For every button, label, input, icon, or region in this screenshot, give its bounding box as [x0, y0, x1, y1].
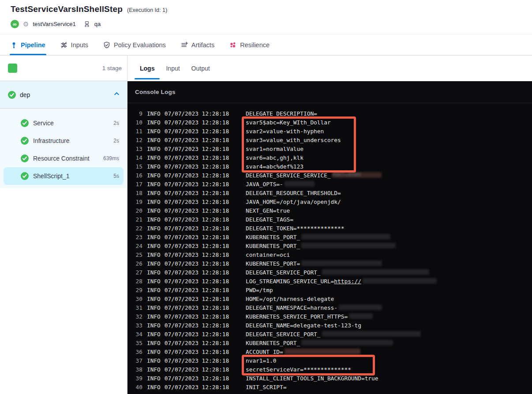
log-level: INFO [147, 340, 161, 346]
tab-label: Pipeline [21, 41, 45, 49]
log-message: JAVA_OPTS=- [246, 180, 315, 189]
tab-pipeline[interactable]: Pipeline [11, 34, 45, 55]
log-line: 14INFO07/07/2023 12:28:18svar6=abc,ghj,k… [127, 154, 532, 162]
log-timestamp: 07/07/2023 12:28:18 [165, 375, 229, 382]
log-timestamp: 07/07/2023 12:28:18 [165, 234, 229, 240]
log-level: INFO [147, 172, 161, 179]
stage-group-label: dep [20, 91, 30, 98]
environment-name[interactable]: qa [94, 21, 101, 27]
success-check-icon [21, 172, 29, 180]
log-timestamp: 07/07/2023 12:28:18 [165, 190, 229, 196]
log-level: INFO [147, 110, 161, 117]
log-level: INFO [147, 119, 161, 126]
console: Console Logs 9INFO07/07/2023 12:28:18DEL… [127, 81, 532, 394]
log-timestamp: 07/07/2023 12:28:18 [165, 207, 229, 214]
log-timestamp: 07/07/2023 12:28:18 [165, 243, 229, 249]
log-line-number: 28 [127, 277, 142, 286]
log-message: KUBERNETES_PORT_ [246, 242, 396, 251]
success-check-icon [21, 119, 29, 127]
log-level: INFO [147, 260, 161, 267]
tab-label: Policy Evaluations [114, 41, 166, 49]
log-line-number: 16 [127, 171, 142, 180]
log-link[interactable]: https:// [334, 278, 361, 285]
log-timestamp: 07/07/2023 12:28:18 [165, 199, 229, 205]
console-tab-output[interactable]: Output [191, 56, 210, 81]
step-list: Service2sInfrastructure2sResource Constr… [0, 109, 127, 188]
log-message: PWD=/tmp [246, 286, 273, 295]
tab-label: Artifacts [191, 41, 214, 49]
log-level: INFO [147, 128, 161, 135]
log-line: 32INFO07/07/2023 12:28:18KUBERNETES_SERV… [127, 312, 532, 321]
log-line: 20INFO07/07/2023 12:28:18NEXT_GEN=true [127, 206, 532, 215]
log-line: 21INFO07/07/2023 12:28:18DELEGATE_TAGS= [127, 215, 532, 224]
step-item-resource-constraint[interactable]: Resource Constraint639ms [4, 150, 124, 167]
log-line-number: 12 [127, 136, 142, 145]
log-line-number: 31 [127, 304, 142, 312]
success-check-icon [8, 91, 16, 99]
execution-tabs: PipelineInputsPolicy EvaluationsArtifact… [0, 34, 532, 56]
log-line: 10INFO07/07/2023 12:28:18svar5$abc=Key_W… [127, 118, 532, 127]
log-timestamp: 07/07/2023 12:28:18 [165, 304, 229, 311]
resilience-icon [229, 41, 236, 49]
artifacts-icon [181, 41, 188, 49]
service-name[interactable]: testVarsService1 [33, 21, 75, 27]
log-line-number: 22 [127, 224, 142, 233]
log-line-number: 25 [127, 251, 142, 259]
console-tab-logs[interactable]: Logs [140, 56, 154, 81]
log-line: 13INFO07/07/2023 12:28:18svar1=normalVal… [127, 145, 532, 154]
log-message: DELEGATE_DESCRIPTION= [246, 109, 317, 118]
log-line-number: 27 [127, 268, 142, 277]
console-tab-input[interactable]: Input [166, 56, 180, 81]
step-item-infrastructure[interactable]: Infrastructure2s [4, 132, 124, 150]
log-timestamp: 07/07/2023 12:28:18 [165, 216, 229, 223]
log-level: INFO [147, 199, 161, 205]
log-timestamp: 07/07/2023 12:28:18 [165, 110, 229, 117]
tab-resilience[interactable]: Resilience [229, 34, 270, 55]
log-level: INFO [147, 190, 161, 196]
redacted-value [285, 181, 315, 187]
stage-group-dep[interactable]: dep [0, 81, 127, 109]
log-message: LOG_STREAMING_SERVICE_URL=https:// [246, 277, 437, 286]
console-logs-header: Console Logs [127, 81, 532, 103]
log-level: INFO [147, 278, 161, 285]
log-line: 22INFO07/07/2023 12:28:18DELEGATE_TOKEN=… [127, 224, 532, 233]
log-line-number: 32 [127, 312, 142, 321]
log-level: INFO [147, 375, 161, 382]
log-level: INFO [147, 322, 161, 329]
tab-inputs[interactable]: Inputs [60, 34, 89, 55]
log-message: KUBERNETES_PORT_ [246, 339, 393, 348]
log-line: 36INFO07/07/2023 12:28:18ACCOUNT_ID= [127, 348, 532, 356]
step-item-shellscript-1[interactable]: ShellScript_15s [4, 167, 124, 185]
log-level: INFO [147, 304, 161, 311]
log-line-number: 26 [127, 259, 142, 268]
log-message: JAVA_HOME=/opt/java/openjdk/ [246, 198, 341, 206]
log-message: nvar1=1.0 [246, 356, 276, 365]
log-line: 33INFO07/07/2023 12:28:18DELEGATE_NAME=d… [127, 321, 532, 330]
log-line: 39INFO07/07/2023 12:28:18INSTALL_CLIENT_… [127, 374, 532, 383]
policy-evaluations-icon [103, 41, 110, 49]
step-item-service[interactable]: Service2s [4, 114, 124, 132]
log-line-number: 23 [127, 233, 142, 242]
log-line: 17INFO07/07/2023 12:28:18JAVA_OPTS=- [127, 180, 532, 189]
log-message: svar2=value-with-hyphen [246, 127, 324, 136]
log-line: 19INFO07/07/2023 12:28:18JAVA_HOME=/opt/… [127, 198, 532, 206]
chevron-up-icon[interactable] [113, 90, 120, 99]
log-timestamp: 07/07/2023 12:28:18 [165, 287, 229, 293]
log-line-number: 19 [127, 198, 142, 206]
log-line: 12INFO07/07/2023 12:28:18svar3=value_wit… [127, 136, 532, 145]
stage-status-square[interactable] [8, 64, 17, 73]
console-body: 9INFO07/07/2023 12:28:18DELEGATE_DESCRIP… [127, 103, 532, 394]
step-label: Service [33, 120, 54, 127]
log-level: INFO [147, 287, 161, 293]
log-timestamp: 07/07/2023 12:28:18 [165, 366, 229, 373]
tab-artifacts[interactable]: Artifacts [181, 34, 214, 55]
tab-policy-evaluations[interactable]: Policy Evaluations [103, 34, 166, 55]
execution-header: TestServiceVarsInShellStep (Execution Id… [0, 0, 532, 34]
log-level: INFO [147, 225, 161, 232]
log-line-number: 36 [127, 348, 142, 356]
log-line-number: 34 [127, 330, 142, 339]
log-message: KUBERNETES_PORT_ [246, 233, 390, 242]
log-message: DELEGATE_TOKEN=************** [246, 224, 344, 233]
redacted-value [285, 349, 360, 354]
redacted-value [322, 269, 429, 275]
